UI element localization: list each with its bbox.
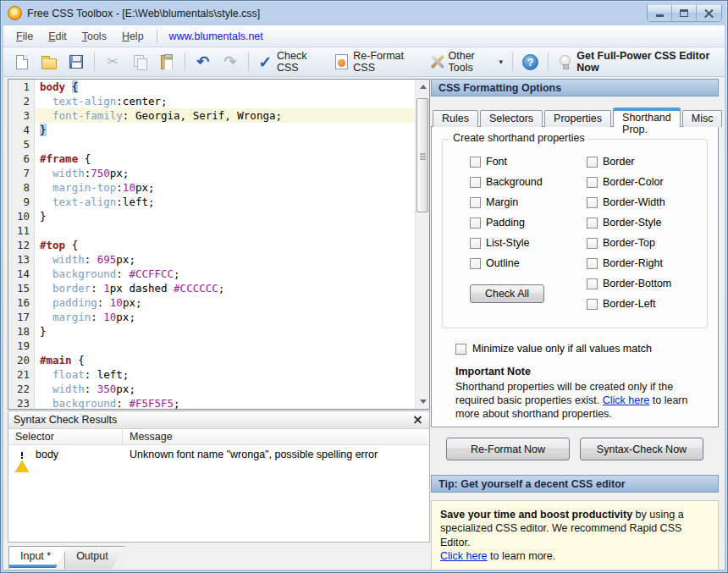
code-line[interactable]: width: 695px; <box>35 252 415 267</box>
result-row[interactable]: bodyUnknown font name "wronga", possible… <box>8 445 429 463</box>
checkbox-margin[interactable]: Margin <box>470 192 587 212</box>
code-line[interactable]: border: 1px dashed #CCCCCC; <box>35 281 415 295</box>
note-title: Important Note <box>455 365 704 378</box>
tab-rules[interactable]: Rules <box>433 110 478 127</box>
toolbar-separator <box>185 52 185 71</box>
code-line[interactable]: } <box>35 123 415 137</box>
code-line[interactable] <box>35 339 415 353</box>
line-number: 23 <box>8 396 34 410</box>
arrow-up-icon <box>420 85 427 89</box>
tab-shorthand-prop-[interactable]: Shorthand Prop. <box>613 107 681 127</box>
code-line[interactable]: background: #CCFFCC; <box>35 267 415 281</box>
code-line-current[interactable]: font-family: Georgia, Serif, Wronga; <box>35 108 415 123</box>
checkbox-list-style[interactable]: List-Style <box>470 233 587 253</box>
checkbox-label: Outline <box>486 257 520 269</box>
code-line[interactable]: text-align:left; <box>35 195 415 209</box>
checkbox-label: Border-Color <box>603 176 664 188</box>
tab-output[interactable]: Output <box>64 546 125 569</box>
editor-tab-bar: Input *Output <box>8 546 125 569</box>
code-line[interactable]: text-align:center; <box>35 94 415 108</box>
note-learn-more-link[interactable]: Click here <box>603 394 650 406</box>
syntax-check-now-button[interactable]: Syntax-Check Now <box>580 438 703 460</box>
checkbox-outline[interactable]: Outline <box>470 253 587 273</box>
reformat-css-button[interactable]: Re-Format CSS <box>329 47 424 76</box>
maximize-icon <box>680 9 688 17</box>
code-line[interactable]: margin-top:10px; <box>35 180 415 195</box>
paste-button[interactable] <box>153 51 180 73</box>
new-button[interactable] <box>8 51 36 73</box>
code-line[interactable]: #top { <box>35 238 415 252</box>
code-editor[interactable]: 1234567891011121314151617181920212223 bo… <box>8 79 430 410</box>
close-button[interactable] <box>697 5 721 21</box>
code-line[interactable]: } <box>35 209 415 223</box>
checkbox-border-top[interactable]: Border-Top <box>587 233 671 253</box>
checkbox-border-width[interactable]: Border-Width <box>587 192 671 212</box>
code-line[interactable]: body { <box>35 80 415 94</box>
copy-button[interactable] <box>126 51 153 73</box>
shorthand-groupbox: Create shorthand properties FontBackgrou… <box>442 139 708 328</box>
checkbox-padding[interactable]: Padding <box>470 212 587 233</box>
maximize-button[interactable] <box>672 5 697 21</box>
undo-button[interactable]: ↶ <box>190 51 217 73</box>
blumentals-menu-link[interactable]: www.blumentals.net <box>163 28 270 45</box>
minimize-values-checkbox[interactable]: Minimize value only if all values match <box>455 343 718 355</box>
checkbox-border-bottom[interactable]: Border-Bottom <box>587 273 671 294</box>
cut-button[interactable]: ✂ <box>99 51 126 73</box>
code-area[interactable]: body { text-align:center; font-family: G… <box>35 80 415 409</box>
checkbox-border-right[interactable]: Border-Right <box>587 253 671 273</box>
get-full-editor-label: Get Full-Power CSS Editor Now <box>576 50 714 74</box>
checkbox-label: Margin <box>486 196 518 208</box>
code-line[interactable]: float: left; <box>35 367 415 382</box>
code-line[interactable]: #frame { <box>35 152 415 166</box>
code-line[interactable]: width: 350px; <box>35 382 415 396</box>
help-button[interactable]: ? <box>517 52 543 73</box>
code-line[interactable]: margin: 10px; <box>35 310 415 324</box>
code-line[interactable] <box>35 223 415 238</box>
code-line[interactable]: padding: 10px; <box>35 295 415 310</box>
get-full-editor-button[interactable]: Get Full-Power CSS Editor Now <box>553 47 720 76</box>
code-line[interactable] <box>35 137 415 152</box>
menu-help[interactable]: Help <box>114 28 152 45</box>
tab-misc[interactable]: Misc <box>682 110 723 127</box>
code-line[interactable]: width:750px; <box>35 166 415 180</box>
checkbox-background[interactable]: Background <box>470 172 587 192</box>
checkbox-border-style[interactable]: Border-Style <box>587 212 671 233</box>
column-message[interactable]: Message <box>123 429 179 444</box>
checkbox-font[interactable]: Font <box>470 152 587 172</box>
code-line[interactable]: background: #F5F5F5; <box>35 396 415 409</box>
save-button[interactable] <box>63 51 90 73</box>
chevron-down-icon: ▾ <box>499 58 504 66</box>
open-button[interactable] <box>36 51 63 73</box>
code-line[interactable]: } <box>35 324 415 339</box>
line-number: 6 <box>8 152 34 166</box>
checkbox-border-color[interactable]: Border-Color <box>587 172 671 192</box>
redo-button[interactable]: ↷ <box>217 51 244 73</box>
tab-input[interactable]: Input * <box>8 546 68 569</box>
reformat-icon <box>334 53 349 70</box>
reformat-now-button[interactable]: Re-Format Now <box>446 438 570 460</box>
menu-edit[interactable]: Edit <box>41 28 74 45</box>
scrollbar-thumb[interactable] <box>416 98 428 212</box>
check-css-button[interactable]: ✓ Check CSS <box>253 47 329 76</box>
tip-learn-more-link[interactable]: Click here <box>440 550 488 562</box>
minimize-button[interactable] <box>648 5 672 21</box>
other-tools-button[interactable]: Other Tools ▾ <box>424 47 509 76</box>
tab-selectors[interactable]: Selectors <box>480 110 543 127</box>
scroll-down-button[interactable] <box>416 394 430 409</box>
checkbox-border[interactable]: Border <box>587 152 671 172</box>
menu-file[interactable]: File <box>8 28 41 45</box>
tip-box: Save your time and boost productivity by… <box>431 500 719 570</box>
tab-properties[interactable]: Properties <box>544 110 611 127</box>
checkbox-icon <box>587 177 598 188</box>
checkbox-label: Background <box>486 176 543 188</box>
line-number: 11 <box>8 223 34 238</box>
scroll-up-button[interactable] <box>416 80 430 94</box>
menu-tools[interactable]: Tools <box>74 28 114 45</box>
column-selector[interactable]: Selector <box>8 429 123 444</box>
window-title: Free CSS Toolbox - [E:\Web\blumentals\st… <box>27 8 260 19</box>
check-all-button[interactable]: Check All <box>470 284 544 303</box>
close-results-icon[interactable] <box>411 414 424 427</box>
editor-vertical-scrollbar[interactable] <box>415 80 429 409</box>
code-line[interactable]: #main { <box>35 353 415 367</box>
checkbox-border-left[interactable]: Border-Left <box>587 294 671 314</box>
